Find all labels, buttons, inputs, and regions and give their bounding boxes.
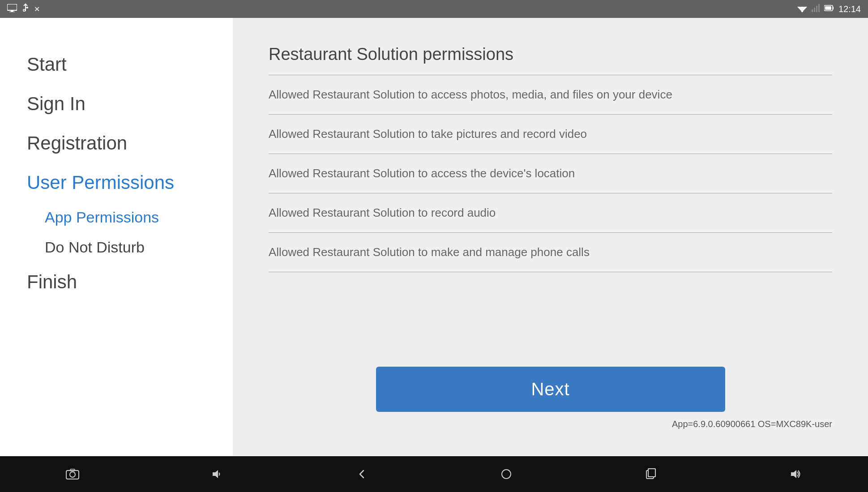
svg-rect-0 (7, 4, 17, 10)
svg-marker-26 (791, 470, 796, 478)
back-icon[interactable] (348, 465, 375, 483)
signal-icon (812, 4, 820, 14)
status-bar-left: ✕ (7, 3, 40, 15)
svg-point-19 (70, 472, 75, 477)
permission-item-phone: Allowed Restaurant Solution to make and … (269, 233, 832, 272)
sidebar-item-user-permissions[interactable]: User Permissions (27, 163, 206, 202)
wifi-icon (797, 4, 807, 14)
permission-text-phone: Allowed Restaurant Solution to make and … (269, 245, 590, 259)
volume-up-icon[interactable] (782, 465, 809, 483)
sidebar-sub-item-do-not-disturb-label: Do Not Disturb (45, 239, 145, 256)
svg-point-6 (26, 7, 28, 9)
svg-rect-1 (11, 10, 13, 12)
permission-text-photos: Allowed Restaurant Solution to access ph… (269, 88, 672, 101)
sidebar-item-user-permissions-label: User Permissions (27, 172, 174, 193)
svg-rect-11 (812, 9, 813, 12)
svg-marker-21 (213, 470, 218, 478)
sidebar-sub-item-app-permissions[interactable]: App Permissions (27, 202, 206, 232)
svg-rect-13 (816, 6, 817, 12)
battery-icon (824, 5, 834, 13)
main-area: Start Sign In Registration User Permissi… (0, 18, 868, 456)
content-panel: Restaurant Solution permissions Allowed … (233, 18, 868, 456)
svg-rect-16 (833, 7, 834, 9)
nav-bar (0, 456, 868, 492)
x-icon: ✕ (34, 5, 40, 13)
usb-icon (21, 3, 30, 15)
content-title: Restaurant Solution permissions (269, 45, 832, 64)
permission-item-photos: Allowed Restaurant Solution to access ph… (269, 75, 832, 115)
svg-rect-17 (825, 6, 831, 10)
time-display: 12:14 (838, 4, 861, 14)
permission-item-camera: Allowed Restaurant Solution to take pict… (269, 115, 832, 154)
permission-item-audio: Allowed Restaurant Solution to record au… (269, 193, 832, 233)
sidebar-item-finish[interactable]: Finish (27, 262, 206, 302)
sidebar-item-signin[interactable]: Sign In (27, 84, 206, 124)
status-bar: ✕ 12:14 (0, 0, 868, 18)
sidebar: Start Sign In Registration User Permissi… (0, 18, 233, 456)
svg-rect-4 (23, 9, 25, 11)
svg-rect-2 (9, 12, 15, 12)
sidebar-item-start[interactable]: Start (27, 45, 206, 84)
sidebar-sub-item-app-permissions-label: App Permissions (45, 209, 159, 226)
sidebar-item-registration-label: Registration (27, 133, 127, 154)
display-icon (7, 4, 17, 14)
sidebar-item-signin-label: Sign In (27, 93, 86, 114)
permission-text-camera: Allowed Restaurant Solution to take pict… (269, 127, 587, 141)
permission-text-audio: Allowed Restaurant Solution to record au… (269, 206, 496, 219)
status-bar-right: 12:14 (797, 4, 861, 14)
svg-point-22 (502, 470, 511, 479)
home-icon[interactable] (493, 465, 520, 483)
camera-icon[interactable] (59, 465, 86, 483)
sidebar-item-start-label: Start (27, 54, 67, 75)
version-text: App=6.9.0.60900661 OS=MXC89K-user (269, 419, 832, 429)
permission-text-location: Allowed Restaurant Solution to access th… (269, 167, 575, 180)
svg-rect-24 (648, 469, 655, 477)
svg-rect-12 (814, 8, 815, 12)
sidebar-item-registration[interactable]: Registration (27, 124, 206, 163)
recents-icon[interactable] (637, 465, 664, 483)
volume-down-icon[interactable] (204, 465, 231, 483)
svg-rect-14 (818, 4, 820, 12)
sidebar-item-finish-label: Finish (27, 271, 77, 292)
next-button[interactable]: Next (376, 367, 725, 412)
permission-item-location: Allowed Restaurant Solution to access th… (269, 154, 832, 193)
next-btn-container: Next (269, 349, 832, 412)
sidebar-sub-item-do-not-disturb[interactable]: Do Not Disturb (27, 232, 206, 262)
